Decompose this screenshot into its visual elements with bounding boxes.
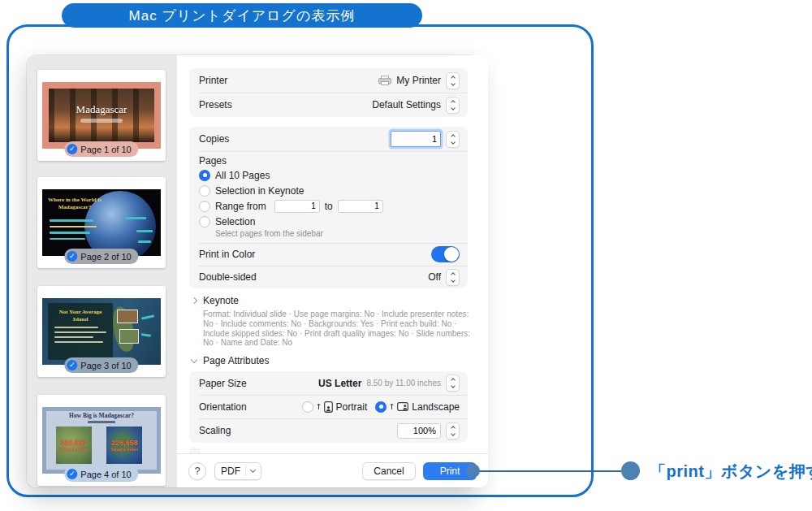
cancel-button[interactable]: Cancel — [362, 462, 416, 480]
double-sided-label: Double-sided — [199, 271, 257, 283]
presets-label: Presets — [199, 99, 232, 110]
page-badge-label: Page 3 of 10 — [80, 361, 131, 370]
orientation-landscape-option[interactable]: Landscape — [375, 401, 460, 413]
paper-size-row: Paper Size US Letter 8.50 by 11.00 inche… — [189, 371, 468, 395]
map-stat-right: 226,658 Square miles — [106, 427, 142, 464]
copies-row: Copies — [189, 127, 468, 151]
double-sided-value: Off — [428, 271, 441, 283]
callout-dot-small — [466, 464, 480, 478]
selection-hint: Select pages from the sidebar — [215, 229, 458, 239]
radio-selected-icon[interactable] — [199, 170, 210, 181]
slide-preview-4: How Big is Madagascar? 268,597 Square mi… — [42, 407, 161, 474]
page-badge: ✓ Page 3 of 10 — [64, 357, 138, 373]
paper-size-select[interactable]: US Letter 8.50 by 11.00 inches — [318, 375, 460, 392]
help-button-label: ? — [195, 466, 201, 477]
radio-icon[interactable] — [302, 401, 313, 413]
preview-sidebar: Madagascar ✓ Page 1 of 10 Where in the W… — [27, 55, 177, 487]
stepper-icon[interactable] — [446, 422, 460, 440]
radio-icon[interactable] — [199, 201, 210, 212]
printer-icon — [378, 76, 391, 85]
double-sided-row: Double-sided Off — [189, 266, 468, 288]
print-in-color-toggle[interactable] — [431, 246, 460, 262]
pdf-menu-button[interactable]: PDF — [214, 462, 261, 480]
orientation-label: Orientation — [199, 401, 247, 413]
double-sided-select[interactable]: Off — [428, 269, 460, 286]
landscape-icon — [397, 402, 408, 411]
page-badge: ✓ Page 1 of 10 — [64, 141, 138, 157]
radio-selected-icon[interactable] — [375, 401, 387, 413]
print-in-color-row: Print in Color — [189, 243, 468, 266]
stepper-icon[interactable] — [446, 375, 460, 392]
printer-row: Printer My Printer — [189, 68, 468, 93]
divider — [245, 466, 246, 476]
slide-title: Madagascar — [42, 103, 161, 116]
radio-icon[interactable] — [199, 185, 210, 197]
page-badge-label: Page 4 of 10 — [80, 470, 131, 479]
copies-input[interactable] — [391, 131, 441, 147]
annotation-art — [141, 333, 151, 336]
page-attributes-label: Page Attributes — [203, 355, 269, 366]
pages-option-selection-in-keynote[interactable]: Selection in Keynote — [199, 183, 458, 198]
slide-preview-2: Where in the World is Madagascar? — [42, 189, 161, 256]
orientation-portrait-option[interactable]: Portrait — [302, 401, 368, 413]
radio-icon[interactable] — [199, 216, 210, 227]
page-attributes-disclosure[interactable]: Page Attributes — [192, 355, 477, 366]
slide-subtitle-bar — [80, 119, 123, 123]
check-icon: ✓ — [67, 360, 77, 370]
pages-option-sik-label: Selection in Keynote — [215, 185, 304, 197]
map-label-bar — [136, 230, 153, 232]
pages-option-selection[interactable]: Selection — [199, 214, 458, 229]
slide-preview-1: Madagascar — [42, 82, 161, 149]
pdf-button-label: PDF — [221, 466, 240, 477]
cancel-button-label: Cancel — [374, 466, 404, 477]
range-from-input[interactable] — [274, 200, 320, 213]
page: Mac プリントダイアログの表示例 Madagascar ✓ Page 1 of… — [0, 0, 812, 511]
slide-subtitle-bar — [88, 421, 115, 423]
map-label-bar — [125, 217, 146, 219]
print-button-label: Print — [440, 466, 460, 477]
photo-art — [117, 310, 138, 323]
slide-title: Not Your Average Island — [51, 309, 110, 323]
paper-size-label: Paper Size — [199, 378, 247, 389]
page-thumbnail-3[interactable]: Not Your Average Island ✓ Page 3 of 10 — [37, 286, 166, 377]
photo-art — [119, 329, 139, 344]
title-bubble: Mac プリントダイアログの表示例 — [62, 3, 422, 28]
scaling-input[interactable] — [397, 423, 441, 439]
portrait-label: Portrait — [336, 401, 368, 413]
slide-title: Where in the World is Madagascar? — [48, 197, 102, 211]
pages-option-all-label: All 10 Pages — [215, 170, 270, 181]
print-options: Printer My Printer Presets Defa — [177, 55, 488, 487]
chevron-down-icon — [250, 466, 256, 472]
chevron-down-icon — [191, 356, 197, 362]
presets-select[interactable]: Default Settings — [372, 97, 460, 114]
keynote-summary: Format: Individual slide · Use page marg… — [203, 310, 477, 348]
help-button[interactable]: ? — [188, 462, 206, 480]
stepper-icon[interactable] — [446, 97, 460, 114]
keynote-disclosure[interactable]: Keynote — [192, 295, 477, 306]
stepper-icon[interactable] — [446, 72, 460, 89]
slide-preview-3: Not Your Average Island — [42, 298, 161, 365]
up-arrow-icon — [390, 403, 394, 410]
check-icon: ✓ — [67, 144, 77, 154]
copies-label: Copies — [199, 133, 229, 145]
scaling-row: Scaling — [189, 418, 468, 443]
printer-presets-group: Printer My Printer Presets Defa — [189, 68, 468, 117]
slide-bullets — [50, 219, 97, 240]
page-thumbnail-2[interactable]: Where in the World is Madagascar? ✓ Page… — [37, 177, 166, 268]
stepper-icon[interactable] — [446, 131, 460, 148]
page-badge-label: Page 1 of 10 — [80, 145, 131, 154]
printer-select[interactable]: My Printer — [378, 72, 460, 89]
dialog-footer: ? PDF Cancel Print — [177, 453, 488, 487]
pages-option-range[interactable]: Range from to — [199, 198, 458, 214]
page-badge: ✓ Page 4 of 10 — [64, 466, 138, 482]
range-to-input[interactable] — [338, 200, 383, 213]
print-in-color-label: Print in Color — [199, 249, 255, 260]
stat-unit: Square miles — [110, 447, 138, 452]
check-icon: ✓ — [67, 251, 77, 262]
page-thumbnail-1[interactable]: Madagascar ✓ Page 1 of 10 — [37, 70, 166, 161]
presets-row: Presets Default Settings — [189, 93, 468, 117]
printer-value: My Printer — [396, 75, 441, 86]
stepper-icon[interactable] — [446, 269, 460, 286]
pages-option-all[interactable]: All 10 Pages — [199, 167, 458, 183]
page-thumbnail-4[interactable]: How Big is Madagascar? 268,597 Square mi… — [37, 395, 166, 486]
